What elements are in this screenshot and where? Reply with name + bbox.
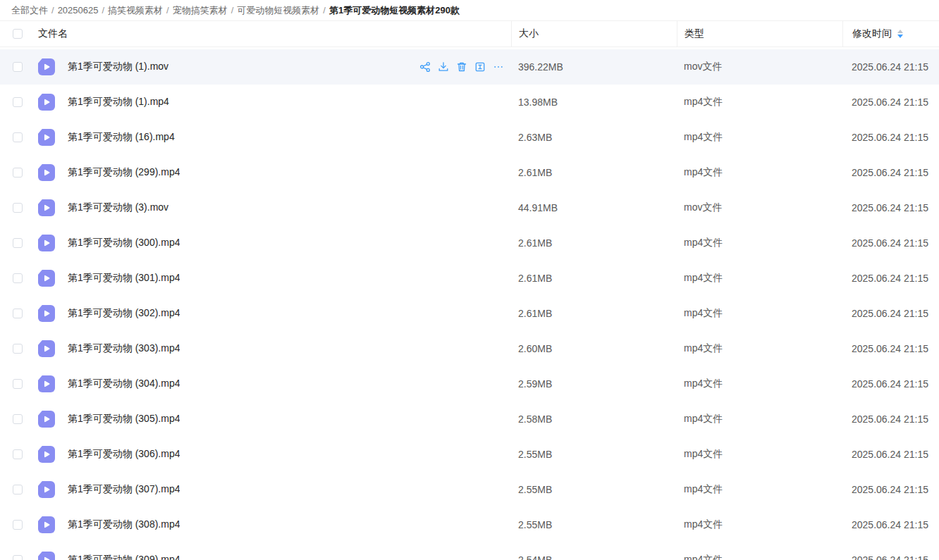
file-name[interactable]: 第1季可爱动物 (302).mp4 [68, 307, 180, 320]
file-name-cell: 第1季可爱动物 (307).mp4 [59, 483, 511, 496]
breadcrumb-link[interactable]: 全部文件 [11, 4, 48, 17]
row-checkbox[interactable] [13, 449, 23, 459]
table-row[interactable]: 第1季可爱动物 (302).mp4 [0, 296, 939, 331]
row-checkbox[interactable] [13, 168, 23, 178]
file-name[interactable]: 第1季可爱动物 (306).mp4 [68, 448, 180, 461]
file-icon-cell [34, 340, 59, 357]
file-name[interactable]: 第1季可爱动物 (301).mp4 [68, 272, 180, 285]
file-name-cell: 第1季可爱动物 (3).mov [59, 201, 511, 214]
row-checkbox[interactable] [13, 273, 23, 283]
row-checkbox[interactable] [13, 97, 23, 107]
row-checkbox[interactable] [13, 379, 23, 389]
play-icon [42, 238, 51, 248]
file-name-cell: 第1季可爱动物 (306).mp4 [59, 448, 511, 461]
breadcrumb-separator: / [231, 5, 234, 15]
header-checkbox-cell [0, 29, 31, 39]
column-header-mtime-label: 修改时间 [852, 27, 892, 40]
table-row[interactable]: 第1季可爱动物 (1).mp4 [0, 85, 939, 120]
breadcrumb-link[interactable]: 20250625 [58, 5, 99, 15]
file-name-cell: 第1季可爱动物 (304).mp4 [59, 378, 511, 390]
row-checkbox[interactable] [13, 555, 23, 560]
video-file-icon [38, 129, 55, 146]
file-size: 2.61MB [511, 308, 677, 319]
row-checkbox[interactable] [13, 414, 23, 424]
file-size: 2.61MB [511, 273, 677, 284]
file-mtime: 2025.06.24 21:15 [842, 343, 939, 354]
file-type: mp4文件 [677, 166, 842, 179]
file-name[interactable]: 第1季可爱动物 (3).mov [68, 201, 168, 214]
row-checkbox-cell [0, 379, 31, 389]
file-name-cell: 第1季可爱动物 (300).mp4 [59, 237, 511, 249]
file-type: mp4文件 [677, 448, 842, 461]
file-size: 2.54MB [511, 554, 677, 560]
file-icon-cell [34, 164, 59, 181]
file-name[interactable]: 第1季可爱动物 (299).mp4 [68, 166, 180, 179]
file-name[interactable]: 第1季可爱动物 (16).mp4 [68, 131, 175, 144]
column-header-name: 文件名 [31, 21, 511, 46]
table-row[interactable]: 第1季可爱动物 (300).mp4 [0, 225, 939, 261]
rename-icon [474, 61, 486, 73]
row-checkbox-cell [0, 203, 31, 213]
table-row[interactable]: 第1季可爱动物 (309).mp4 [0, 542, 939, 560]
sort-control[interactable] [897, 30, 903, 38]
share-button[interactable] [419, 61, 431, 73]
table-row[interactable]: 第1季可爱动物 (303).mp4 [0, 331, 939, 366]
file-type: mp4文件 [677, 413, 842, 425]
table-row[interactable]: 第1季可爱动物 (299).mp4 [0, 155, 939, 190]
file-icon-cell [34, 552, 59, 560]
column-header-size: 大小 [511, 21, 677, 46]
table-row[interactable]: 第1季可爱动物 (3).mov [0, 190, 939, 225]
breadcrumb: 全部文件/20250625/搞笑视频素材/宠物搞笑素材/可爱动物短视频素材/第1… [0, 0, 939, 21]
select-all-checkbox[interactable] [13, 29, 23, 39]
file-name[interactable]: 第1季可爱动物 (304).mp4 [68, 378, 180, 390]
file-name[interactable]: 第1季可爱动物 (1).mov [68, 61, 168, 73]
file-name[interactable]: 第1季可爱动物 (303).mp4 [68, 342, 180, 355]
row-checkbox[interactable] [13, 309, 23, 318]
row-checkbox[interactable] [13, 132, 23, 142]
row-checkbox[interactable] [13, 344, 23, 354]
file-mtime: 2025.06.24 21:15 [842, 378, 939, 390]
table-row[interactable]: 第1季可爱动物 (304).mp4 [0, 366, 939, 402]
table-row[interactable]: 第1季可爱动物 (305).mp4 [0, 402, 939, 437]
row-checkbox[interactable] [13, 62, 23, 72]
table-row[interactable]: 第1季可爱动物 (306).mp4 [0, 437, 939, 472]
file-name[interactable]: 第1季可爱动物 (309).mp4 [68, 554, 180, 560]
row-checkbox-cell [0, 485, 31, 494]
table-row[interactable]: 第1季可爱动物 (307).mp4 [0, 472, 939, 507]
video-file-icon [38, 270, 55, 287]
file-name[interactable]: 第1季可爱动物 (305).mp4 [68, 413, 180, 425]
table-row[interactable]: 第1季可爱动物 (301).mp4 [0, 261, 939, 296]
breadcrumb-link[interactable]: 可爱动物短视频素材 [237, 4, 319, 17]
column-header-mtime: 修改时间 [842, 21, 939, 46]
row-checkbox-cell [0, 62, 31, 72]
file-name[interactable]: 第1季可爱动物 (1).mp4 [68, 96, 169, 108]
download-button[interactable] [438, 61, 449, 73]
rename-button[interactable] [474, 61, 486, 73]
row-checkbox[interactable] [13, 203, 23, 213]
video-file-icon [38, 94, 55, 111]
file-mtime: 2025.06.24 21:15 [842, 237, 939, 249]
table-row[interactable]: 第1季可爱动物 (1).mov [0, 49, 939, 85]
breadcrumb-link[interactable]: 宠物搞笑素材 [173, 4, 228, 17]
file-name[interactable]: 第1季可爱动物 (308).mp4 [68, 518, 180, 531]
delete-button[interactable] [456, 61, 467, 73]
table-row[interactable]: 第1季可爱动物 (16).mp4 [0, 120, 939, 155]
play-icon [42, 344, 51, 354]
file-name-cell: 第1季可爱动物 (308).mp4 [59, 518, 511, 531]
row-checkbox[interactable] [13, 485, 23, 494]
table-row[interactable]: 第1季可爱动物 (308).mp4 [0, 507, 939, 542]
breadcrumb-link[interactable]: 搞笑视频素材 [108, 4, 163, 17]
file-icon-cell [34, 94, 59, 111]
row-checkbox[interactable] [13, 520, 23, 530]
breadcrumb-separator: / [323, 5, 326, 15]
row-checkbox-cell [0, 132, 31, 142]
file-mtime: 2025.06.24 21:15 [842, 519, 939, 530]
file-name[interactable]: 第1季可爱动物 (300).mp4 [68, 237, 180, 249]
video-file-icon [38, 375, 55, 392]
file-size: 2.61MB [511, 167, 677, 178]
sort-desc-icon [897, 35, 903, 38]
more-button[interactable] [493, 61, 504, 73]
table-header: 文件名 大小 类型 修改时间 [0, 21, 939, 47]
row-checkbox[interactable] [13, 238, 23, 248]
file-name[interactable]: 第1季可爱动物 (307).mp4 [68, 483, 180, 496]
